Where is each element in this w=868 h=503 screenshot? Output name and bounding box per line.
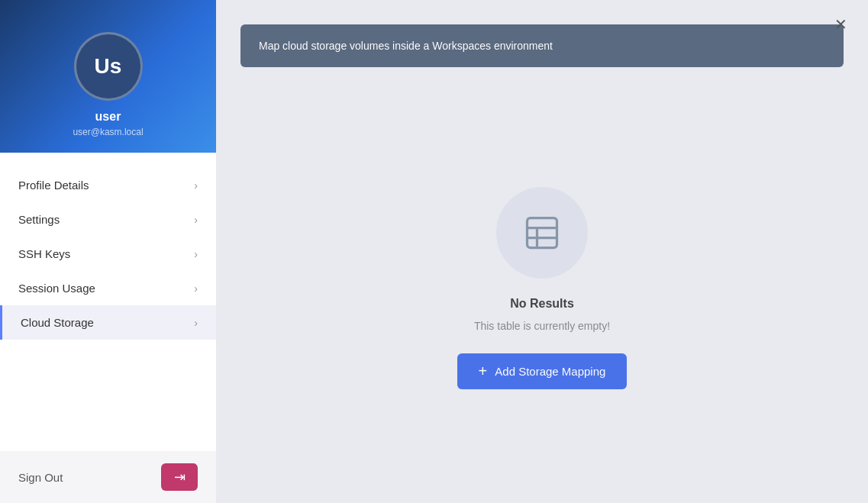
sidebar-username: user [95, 110, 121, 124]
sidebar-item-label: SSH Keys [18, 247, 70, 260]
sidebar-item-label: Profile Details [18, 179, 89, 192]
chevron-right-icon: › [194, 179, 198, 192]
info-banner: Map cloud storage volumes inside a Works… [240, 24, 844, 67]
sidebar-item-session-usage[interactable]: Session Usage › [0, 271, 216, 305]
table-icon [522, 213, 562, 253]
sidebar-item-label: Session Usage [18, 282, 95, 295]
plus-icon: + [479, 363, 488, 380]
sidebar: Us user user@kasm.local Profile Details … [0, 0, 216, 503]
modal-container: Us user user@kasm.local Profile Details … [0, 0, 868, 503]
empty-icon-container [496, 187, 588, 279]
sidebar-header: Us user user@kasm.local [0, 0, 216, 153]
close-icon: ✕ [834, 15, 847, 34]
add-storage-mapping-button[interactable]: + Add Storage Mapping [457, 353, 628, 389]
close-button[interactable]: ✕ [828, 12, 853, 37]
chevron-right-icon: › [194, 214, 198, 226]
sign-out-label: Sign Out [18, 471, 63, 484]
chevron-right-icon: › [194, 282, 198, 295]
sign-out-button[interactable]: ⇥ [161, 463, 198, 491]
main-content: ✕ Map cloud storage volumes inside a Wor… [216, 0, 868, 503]
chevron-right-icon: › [194, 317, 198, 329]
sidebar-item-label: Cloud Storage [21, 316, 94, 329]
sidebar-item-label: Settings [18, 213, 60, 226]
no-results-title: No Results [510, 297, 574, 311]
svg-rect-0 [528, 218, 557, 248]
sidebar-nav: Profile Details › Settings › SSH Keys › … [0, 153, 216, 451]
add-storage-mapping-label: Add Storage Mapping [495, 365, 605, 378]
sidebar-email: user@kasm.local [73, 127, 143, 137]
no-results-subtitle: This table is currently empty! [474, 320, 610, 332]
sidebar-item-settings[interactable]: Settings › [0, 202, 216, 237]
sign-out-icon: ⇥ [174, 469, 186, 485]
sidebar-item-cloud-storage[interactable]: Cloud Storage › [0, 305, 216, 340]
sidebar-item-profile-details[interactable]: Profile Details › [0, 168, 216, 202]
chevron-right-icon: › [194, 248, 198, 260]
sidebar-item-ssh-keys[interactable]: SSH Keys › [0, 237, 216, 271]
sidebar-footer: Sign Out ⇥ [0, 451, 216, 503]
avatar: Us [74, 32, 143, 101]
empty-state: No Results This table is currently empty… [240, 92, 844, 485]
